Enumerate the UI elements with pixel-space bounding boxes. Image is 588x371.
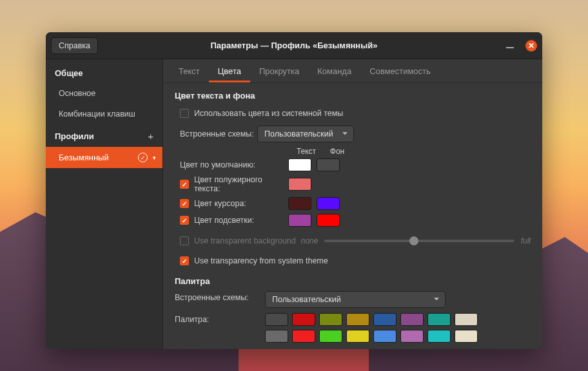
- label-system-transparency: Use transparency from system theme: [194, 256, 328, 265]
- palette-swatch-7[interactable]: [455, 313, 478, 326]
- palette-swatch-14[interactable]: [427, 330, 451, 343]
- checkbox-system-transparency[interactable]: ✓: [180, 256, 189, 265]
- palette-swatch-15[interactable]: [455, 330, 478, 343]
- palette-swatch-2[interactable]: [319, 313, 342, 326]
- label-use-system-colors: Использовать цвета из системной темы: [194, 109, 343, 118]
- tab-content-colors: Цвет текста и фона Использовать цвета из…: [163, 83, 542, 349]
- default-profile-icon[interactable]: ✓: [138, 153, 148, 162]
- checkbox-highlight-color[interactable]: ✓: [180, 216, 189, 225]
- checkbox-use-system-colors[interactable]: [180, 109, 189, 118]
- main-panel: Текст Цвета Прокрутка Команда Совместимо…: [163, 59, 542, 349]
- dropdown-builtin-scheme[interactable]: Пользовательский: [257, 126, 354, 142]
- sidebar-item-basic[interactable]: Основное: [46, 83, 162, 104]
- slider-label-none: none: [301, 236, 318, 245]
- label-transparent-bg: Use transparent background: [194, 236, 296, 245]
- profiles-label: Профили: [55, 131, 94, 141]
- help-button[interactable]: Справка: [51, 37, 98, 54]
- palette-grid: [265, 313, 484, 343]
- preferences-window: Справка Параметры — Профиль «Безымянный»…: [46, 32, 542, 349]
- swatch-cursor-text[interactable]: [288, 197, 311, 210]
- label-highlight-color: Цвет подсветки:: [194, 216, 254, 225]
- window-title: Параметры — Профиль «Безымянный»: [210, 41, 377, 50]
- label-palette-builtin: Встроенные схемы:: [175, 291, 265, 302]
- palette-swatch-0[interactable]: [265, 313, 288, 326]
- profile-menu-icon[interactable]: ▾: [153, 155, 156, 161]
- palette-swatch-13[interactable]: [400, 330, 424, 343]
- profile-name-label: Безымянный: [59, 153, 109, 162]
- tab-compat[interactable]: Совместимость: [360, 59, 440, 82]
- label-cursor-color: Цвет курсора:: [194, 199, 246, 208]
- sidebar-item-shortcuts[interactable]: Комбинации клавиш: [46, 104, 162, 124]
- label-default-color: Цвет по умолчанию:: [180, 160, 255, 169]
- swatch-highlight-text[interactable]: [288, 214, 311, 227]
- label-palette: Палитра:: [175, 313, 265, 324]
- tab-command[interactable]: Команда: [308, 59, 360, 82]
- section-text-bg: Цвет текста и фона: [175, 91, 531, 100]
- palette-swatch-12[interactable]: [373, 330, 397, 343]
- palette-swatch-4[interactable]: [373, 313, 397, 326]
- minimize-button[interactable]: [506, 47, 514, 48]
- palette-swatch-3[interactable]: [346, 313, 369, 326]
- palette-swatch-9[interactable]: [292, 330, 315, 343]
- palette-swatch-10[interactable]: [319, 330, 342, 343]
- swatch-bold-text[interactable]: [288, 178, 311, 191]
- section-palette: Палитра: [175, 276, 531, 286]
- checkbox-transparent-bg[interactable]: [180, 236, 189, 245]
- checkbox-cursor-color[interactable]: ✓: [180, 199, 189, 208]
- palette-swatch-6[interactable]: [427, 313, 451, 326]
- sidebar-section-profiles: Профили +: [46, 124, 162, 147]
- swatch-highlight-bg[interactable]: [317, 214, 340, 227]
- sidebar: Общее Основное Комбинации клавиш Профили…: [46, 59, 163, 349]
- slider-label-full: full: [521, 236, 531, 245]
- palette-swatch-11[interactable]: [346, 330, 369, 343]
- label-bold-color: Цвет полужирного текста:: [194, 175, 288, 193]
- sidebar-section-general: Общее: [46, 62, 162, 83]
- sidebar-item-profile-unnamed[interactable]: Безымянный ✓ ▾: [46, 147, 162, 168]
- add-profile-icon[interactable]: +: [148, 131, 153, 142]
- label-builtin-schemes: Встроенные схемы:: [180, 129, 257, 138]
- tab-scroll[interactable]: Прокрутка: [250, 59, 308, 82]
- palette-swatch-5[interactable]: [400, 313, 424, 326]
- swatch-cursor-bg[interactable]: [317, 197, 340, 210]
- palette-swatch-8[interactable]: [265, 330, 288, 343]
- checkbox-bold-color[interactable]: ✓: [180, 180, 189, 189]
- tab-colors[interactable]: Цвета: [209, 59, 250, 82]
- palette-swatch-1[interactable]: [292, 313, 315, 326]
- tab-text[interactable]: Текст: [170, 59, 209, 82]
- transparency-slider[interactable]: [324, 240, 514, 242]
- swatch-default-text[interactable]: [288, 158, 311, 171]
- tabs: Текст Цвета Прокрутка Команда Совместимо…: [163, 59, 542, 83]
- col-header-bg: Фон: [324, 147, 350, 156]
- close-button[interactable]: ✕: [525, 40, 537, 52]
- swatch-default-bg[interactable]: [317, 158, 340, 171]
- col-header-text: Текст: [293, 147, 319, 156]
- titlebar: Справка Параметры — Профиль «Безымянный»…: [46, 32, 542, 59]
- dropdown-palette-scheme[interactable]: Пользовательский: [265, 291, 446, 308]
